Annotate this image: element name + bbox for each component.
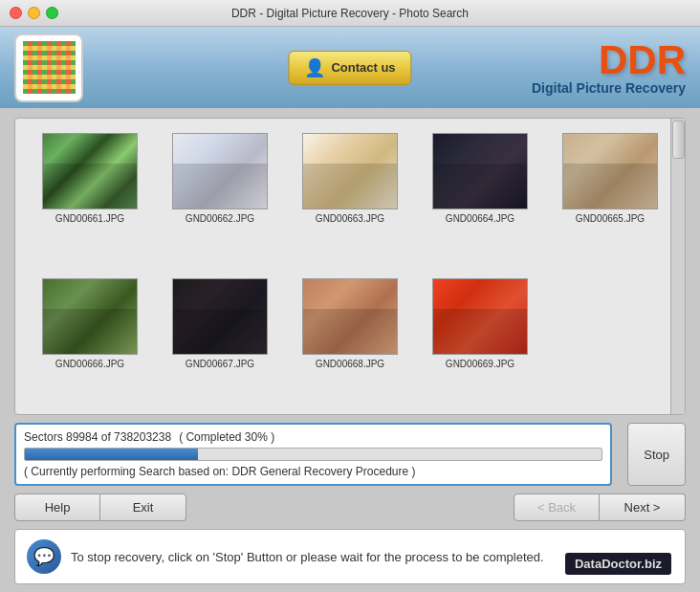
minimize-button[interactable] xyxy=(28,7,40,19)
progress-status: ( Currently performing Search based on: … xyxy=(24,465,602,478)
photo-label: GND00667.JPG xyxy=(186,359,254,369)
navigation-buttons: Help Exit < Back Next > xyxy=(14,493,686,521)
next-button[interactable]: Next > xyxy=(600,493,686,521)
photo-grid: GND00661.JPG GND00662.JPG GND00663.JPG G… xyxy=(15,119,685,414)
logo-pattern xyxy=(23,41,76,94)
info-icon: 💬 xyxy=(27,539,61,574)
list-item[interactable]: GND00667.JPG xyxy=(160,278,280,409)
info-message: To stop recovery, click on 'Stop' Button… xyxy=(71,550,544,564)
photo-panel: GND00661.JPG GND00662.JPG GND00663.JPG G… xyxy=(14,118,686,415)
logo-box xyxy=(14,33,83,102)
photo-label: GND00663.JPG xyxy=(316,213,384,224)
photo-label: GND00662.JPG xyxy=(186,213,254,224)
brand-subtitle: Digital Picture Recovery xyxy=(532,80,686,96)
help-button[interactable]: Help xyxy=(14,493,100,521)
thumbnail[interactable] xyxy=(172,133,268,209)
close-button[interactable] xyxy=(10,7,22,19)
list-item[interactable]: GND00663.JPG xyxy=(290,133,410,264)
info-wrapper: 💬 To stop recovery, click on 'Stop' Butt… xyxy=(14,529,686,584)
left-buttons: Help Exit xyxy=(14,493,186,521)
thumbnail[interactable] xyxy=(42,133,138,209)
badge-label: DataDoctor.biz xyxy=(575,557,662,571)
brand-area: DDR Digital Picture Recovery xyxy=(532,40,686,96)
window-title: DDR - Digital Picture Recovery - Photo S… xyxy=(231,7,469,20)
list-item[interactable]: GND00661.JPG xyxy=(30,133,150,264)
exit-button[interactable]: Exit xyxy=(100,493,186,521)
photo-label: GND00669.JPG xyxy=(446,359,514,369)
contact-icon: 👤 xyxy=(304,57,325,78)
thumbnail[interactable] xyxy=(432,278,528,355)
list-item[interactable]: GND00665.JPG xyxy=(550,133,670,264)
title-bar: DDR - Digital Picture Recovery - Photo S… xyxy=(0,0,700,27)
scroll-thumb[interactable] xyxy=(672,121,685,159)
photo-label: GND00664.JPG xyxy=(446,213,514,224)
back-button[interactable]: < Back xyxy=(514,493,600,521)
photo-label: GND00665.JPG xyxy=(576,213,645,224)
list-item[interactable]: GND00668.JPG xyxy=(290,278,410,409)
completed-text: ( Completed 30% ) xyxy=(179,430,274,444)
thumbnail[interactable] xyxy=(302,133,398,209)
window-controls[interactable] xyxy=(10,7,58,19)
progress-fill xyxy=(25,449,198,460)
list-item[interactable]: GND00669.JPG xyxy=(420,278,540,409)
progress-bar xyxy=(24,448,602,461)
photo-label: GND00661.JPG xyxy=(55,213,124,224)
list-item[interactable]: GND00666.JPG xyxy=(30,278,150,409)
stop-button[interactable]: Stop xyxy=(627,423,686,486)
thumbnail[interactable] xyxy=(172,278,268,355)
contact-label: Contact us xyxy=(331,60,395,75)
main-content: GND00661.JPG GND00662.JPG GND00663.JPG G… xyxy=(0,108,700,592)
scrollbar[interactable] xyxy=(670,119,685,414)
photo-label: GND00668.JPG xyxy=(316,359,384,369)
datadoctor-badge: DataDoctor.biz xyxy=(565,553,671,575)
progress-area: Sectors 89984 of 738203238 ( Completed 3… xyxy=(14,423,612,486)
thumbnail[interactable] xyxy=(562,133,658,209)
thumbnail[interactable] xyxy=(302,278,398,355)
thumbnail[interactable] xyxy=(42,278,138,355)
sectors-text: Sectors 89984 of 738203238 xyxy=(24,430,171,444)
thumbnail[interactable] xyxy=(432,133,528,209)
brand-name: DDR xyxy=(532,40,686,80)
contact-button[interactable]: 👤 Contact us xyxy=(288,51,411,85)
maximize-button[interactable] xyxy=(46,7,58,19)
header: 👤 Contact us DDR Digital Picture Recover… xyxy=(0,27,700,108)
list-item[interactable]: GND00662.JPG xyxy=(160,133,280,264)
list-item[interactable]: GND00664.JPG xyxy=(420,133,540,264)
progress-row: Sectors 89984 of 738203238 ( Completed 3… xyxy=(14,423,686,486)
photo-label: GND00666.JPG xyxy=(55,359,124,369)
